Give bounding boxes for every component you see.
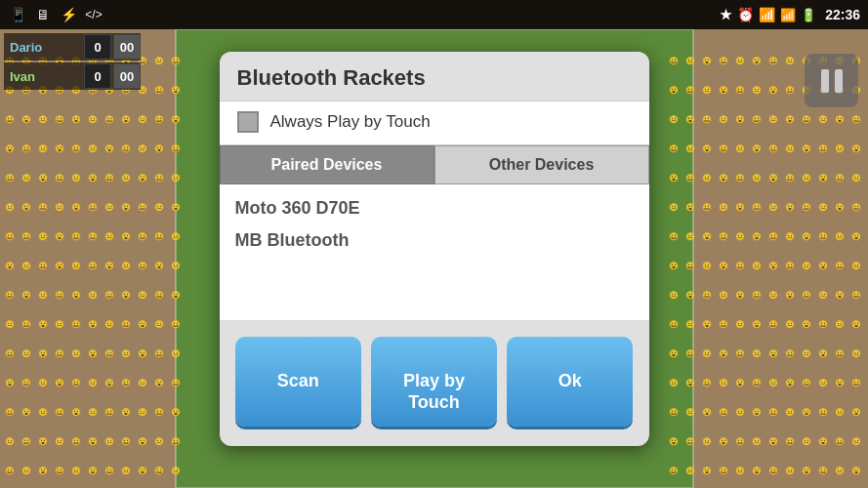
device-item-mb[interactable]: MB Bluetooth <box>235 224 634 257</box>
dialog-buttons: Scan Play by Touch Ok <box>220 321 649 427</box>
play-by-touch-label: Play by Touch <box>403 371 465 412</box>
bluetooth-dialog: Bluetooth Rackets Always Play by Touch P… <box>220 52 649 447</box>
play-by-touch-button[interactable]: Play by Touch <box>371 337 497 427</box>
always-play-touch-label: Always Play by Touch <box>270 112 431 132</box>
dialog-overlay: Bluetooth Rackets Always Play by Touch P… <box>0 0 868 488</box>
tab-paired-devices[interactable]: Paired Devices <box>220 145 434 184</box>
dialog-title: Bluetooth Rackets <box>220 52 649 102</box>
device-item-moto[interactable]: Moto 360 D70E <box>235 192 634 224</box>
always-play-touch-checkbox[interactable] <box>237 111 259 133</box>
tab-other-devices[interactable]: Other Devices <box>434 145 649 184</box>
scan-button[interactable]: Scan <box>235 337 361 427</box>
ok-button[interactable]: Ok <box>507 337 633 427</box>
checkbox-row[interactable]: Always Play by Touch <box>220 102 649 145</box>
dialog-tabs: Paired Devices Other Devices <box>220 145 649 184</box>
device-list: Moto 360 D70E MB Bluetooth <box>220 184 649 321</box>
